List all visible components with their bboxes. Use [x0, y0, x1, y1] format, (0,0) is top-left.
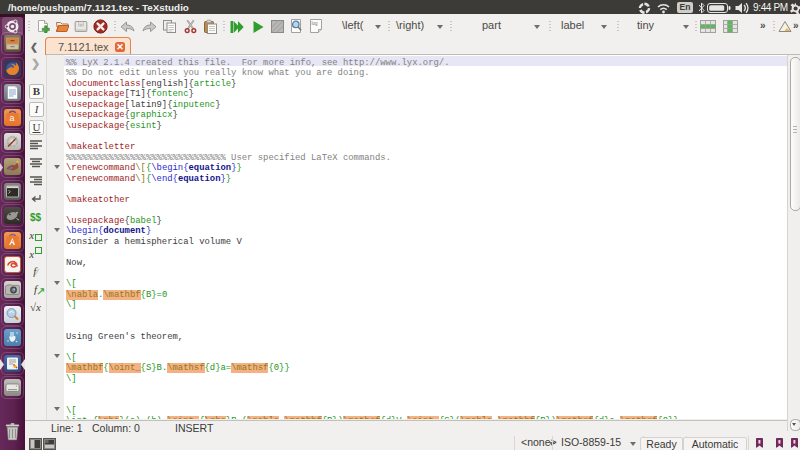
svg-text:log: log [312, 21, 319, 26]
svg-text:a: a [10, 113, 15, 123]
